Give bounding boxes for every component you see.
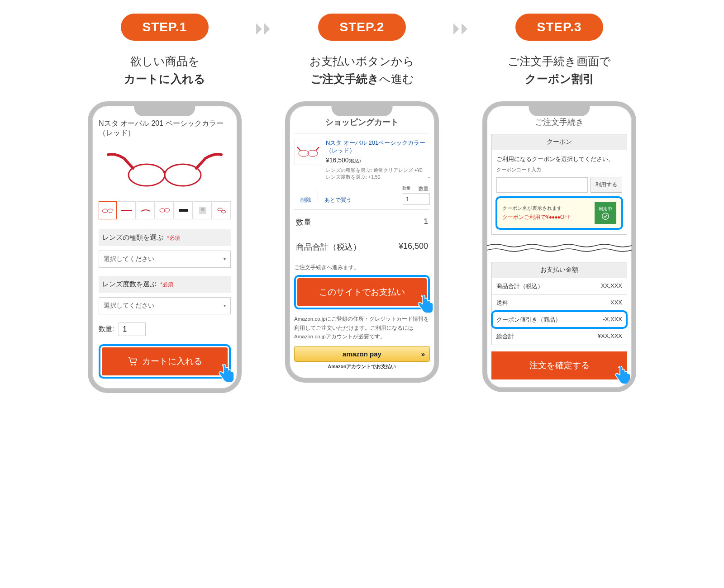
svg-point-13	[299, 150, 309, 156]
thumbnail-strip	[99, 201, 231, 219]
pay-row-shipping: 送料XXX	[492, 294, 627, 311]
svg-point-1	[165, 164, 201, 186]
coupon-name-placeholder: クーポン名が表示されます	[502, 205, 595, 212]
svg-rect-6	[179, 209, 188, 212]
step-3-column: STEP.3 ご注文手続き画面で クーポン割引 ご注文手続き クーポン ご利用に…	[478, 14, 641, 392]
pay-row-coupon-discount: クーポン値引き（商品）-X,XXX	[492, 311, 627, 328]
step-2-line2a: ご注文手続き	[310, 72, 379, 85]
summary-qty: 数量 1	[294, 210, 430, 235]
pay-row-subtotal: 商品合計（税込）XX,XXX	[492, 278, 627, 294]
lens-type-select[interactable]: 選択してください ▾	[99, 251, 231, 268]
phone-notch	[332, 105, 393, 116]
thumbnail[interactable]	[156, 201, 174, 219]
highlight-coupon-applied: クーポン名が表示されます クーポンご利用で¥●●●●OFF 利用中	[496, 197, 622, 229]
cart-item: Nスタ オーバル 201ベーシックカラー（レッド） ¥16,500(税込) レン…	[294, 133, 430, 181]
required-mark: *必須	[160, 281, 173, 288]
cart-item-price: ¥16,500(税込)	[326, 156, 430, 164]
thumbnail[interactable]	[118, 201, 136, 219]
required-mark: *必須	[167, 235, 180, 241]
coupon-active-badge: 利用中	[595, 202, 616, 224]
delete-link[interactable]: 削除	[294, 194, 318, 205]
cart-qty-input[interactable]	[403, 193, 430, 205]
step-2-headline: お支払いボタンから ご注文手続きへ進む	[310, 52, 414, 88]
check-circle-icon	[601, 212, 610, 220]
svg-point-9	[218, 208, 222, 211]
step-1-headline: 欲しい商品を カートに入れる	[124, 52, 205, 88]
step-3-line2: クーポン割引	[525, 72, 594, 85]
coupon-header: クーポン	[492, 134, 627, 150]
coupon-panel: クーポン ご利用になるクーポンを選択してください。 クーポンコード入力 利用する…	[491, 134, 627, 235]
svg-point-2	[102, 209, 108, 213]
step-3-line1: ご注文手続き画面で	[508, 55, 611, 67]
lens-type-label: レンズの種類を選ぶ *必須	[99, 229, 231, 246]
payment-panel: お支払い金額 商品合計（税込）XX,XXX 送料XXX クーポン値引き（商品）-…	[491, 262, 627, 345]
svg-point-0	[129, 164, 165, 186]
step-1-line1: 欲しい商品を	[130, 55, 200, 67]
lens-power-select[interactable]: 選択してください ▾	[99, 297, 231, 314]
content-break-icon	[487, 243, 632, 254]
cart-item-meta: レンズの種類を選ぶ: 通常クリアレンズ +¥0 レンズ度数を選ぶ: +1.50-	[326, 167, 430, 181]
highlight-add-to-cart: カートに入れる	[99, 344, 231, 379]
apply-coupon-button[interactable]: 利用する	[591, 177, 622, 193]
pay-row-total: 総合計¥XX,XXX	[492, 328, 627, 345]
phone-2: ショッピングカート Nスタ オーバル 201ベーシックカラー（レッド） ¥16,…	[285, 101, 439, 383]
caret-down-icon: ▾	[224, 303, 226, 308]
svg-point-14	[308, 150, 318, 156]
quantity-input[interactable]	[119, 322, 146, 336]
thumbnail[interactable]	[99, 201, 117, 219]
step-2-pill: STEP.2	[318, 14, 406, 41]
step-3-pill: STEP.3	[515, 14, 604, 41]
add-to-cart-button[interactable]: カートに入れる	[102, 347, 228, 375]
checkout-button[interactable]: このサイトでお支払い	[297, 278, 427, 306]
order-title: ご注文手続き	[491, 117, 627, 128]
coupon-prompt: ご利用になるクーポンを選択してください。	[496, 156, 622, 163]
step-1-column: STEP.1 欲しい商品を カートに入れる Nスタ オーバル 201 ベーシック…	[83, 14, 246, 393]
step-1-line2: カートに入れる	[124, 72, 205, 85]
step-arrow-icon	[452, 23, 469, 35]
step-arrow-icon	[255, 23, 272, 35]
checkout-note: ご注文手続きへ進みます。	[294, 264, 430, 271]
step-3-headline: ご注文手続き画面で クーポン割引	[508, 52, 611, 88]
svg-point-11	[131, 364, 132, 365]
svg-point-3	[108, 209, 113, 213]
svg-point-15	[602, 213, 609, 219]
coupon-code-input[interactable]	[496, 177, 588, 193]
thumbnail[interactable]	[137, 201, 155, 219]
coupon-discount-text: クーポンご利用で¥●●●●OFF	[502, 213, 595, 221]
step-1-pill: STEP.1	[121, 14, 209, 41]
amazon-subtext: Amazonアカウントでお支払い	[294, 364, 430, 370]
product-title: Nスタ オーバル 201 ベーシックカラー（レッド）	[99, 119, 231, 138]
step-2-column: STEP.2 お支払いボタンから ご注文手続きへ進む ショッピングカート Nスタ…	[281, 14, 443, 383]
step-2-line1: お支払いボタンから	[310, 55, 414, 67]
caret-down-icon: ▾	[224, 256, 226, 261]
svg-point-10	[221, 210, 226, 213]
summary-total: 商品合計（税込） ¥16,500	[294, 235, 430, 259]
save-later-link[interactable]: あとで買う	[318, 194, 358, 205]
highlight-checkout: このサイトでお支払い	[294, 275, 430, 309]
confirm-order-button[interactable]: 注文を確定する	[491, 351, 627, 379]
pointer-hand-icon	[215, 364, 235, 387]
amazon-note: Amazon.co.jpにご登録の住所・クレジットカード情報を利用してご注文いた…	[294, 315, 430, 341]
chevron-right-icon: »	[421, 350, 425, 358]
svg-point-12	[134, 364, 135, 365]
product-image	[99, 143, 231, 198]
thumbnail[interactable]	[213, 201, 231, 219]
pointer-hand-icon	[612, 366, 632, 389]
cart-title: ショッピングカート	[294, 117, 430, 128]
phone-3: ご注文手続き クーポン ご利用になるクーポンを選択してください。 クーポンコード…	[482, 101, 636, 392]
payment-header: お支払い金額	[492, 262, 627, 278]
phone-1: Nスタ オーバル 201 ベーシックカラー（レッド）	[88, 101, 242, 393]
thumbnail[interactable]	[194, 201, 212, 219]
cart-icon	[128, 357, 138, 366]
cart-item-name[interactable]: Nスタ オーバル 201ベーシックカラー（レッド）	[326, 139, 430, 155]
cart-item-image	[294, 139, 322, 165]
phone-notch	[529, 105, 590, 116]
phone-notch	[134, 105, 195, 116]
quantity-label: 数量:	[99, 325, 114, 333]
coupon-input-label: クーポンコード入力	[496, 167, 622, 173]
step-2-line2b: へ進む	[379, 72, 414, 85]
lens-power-label: レンズ度数を選ぶ *必須	[99, 276, 231, 293]
svg-point-8	[201, 208, 205, 211]
thumbnail[interactable]	[175, 201, 193, 219]
amazon-pay-button[interactable]: amazon pay »	[294, 346, 430, 362]
